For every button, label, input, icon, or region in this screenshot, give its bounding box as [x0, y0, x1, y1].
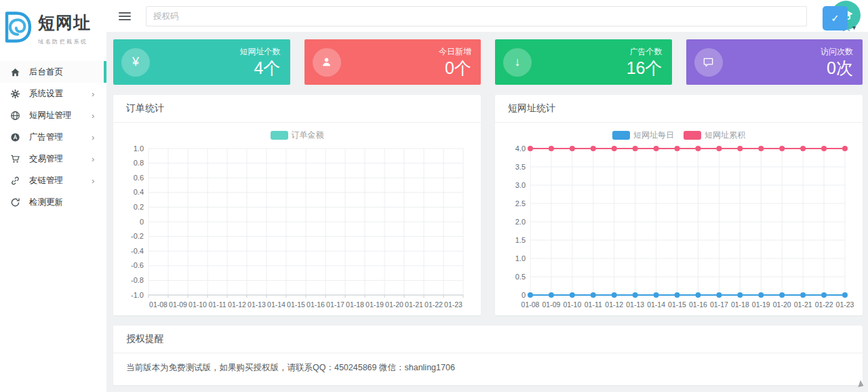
auth-code-input[interactable] — [146, 6, 807, 26]
panel-title: 订单统计 — [113, 95, 481, 123]
svg-text:0: 0 — [521, 291, 526, 299]
legend-swatch-icon — [684, 131, 701, 140]
shorturl-stats-panel: 短网址统计 短网址每日短网址累积 4.03.53.02.52.01.51.00.… — [495, 95, 863, 315]
chevron-right-icon — [92, 131, 98, 143]
svg-text:2.5: 2.5 — [515, 199, 526, 208]
sidebar-item-links-manage[interactable]: 友链管理 — [0, 170, 106, 191]
order-stats-panel: 订单统计 订单金额 1.00.80.60.40.20-0.2-0.4-0.6-0… — [113, 95, 481, 315]
svg-text:01-18: 01-18 — [346, 300, 364, 309]
stat-value: 0次 — [723, 58, 854, 78]
svg-text:4.0: 4.0 — [515, 144, 526, 153]
svg-text:01-19: 01-19 — [366, 300, 384, 309]
svg-text:01-17: 01-17 — [710, 300, 728, 309]
sidebar-menu: 后台首页 系统设置 短网址管理 广告管理 — [0, 61, 106, 213]
svg-text:01-09: 01-09 — [542, 300, 561, 309]
stat-value: 4个 — [150, 58, 281, 78]
link-icon — [9, 175, 20, 186]
svg-text:01-13: 01-13 — [248, 300, 266, 309]
sidebar-item-shorturl-manage[interactable]: 短网址管理 — [0, 104, 106, 126]
svg-text:0.4: 0.4 — [134, 188, 144, 196]
legend-item[interactable]: 短网址累积 — [684, 130, 745, 141]
sidebar-item-home[interactable]: 后台首页 — [0, 61, 106, 83]
svg-text:01-13: 01-13 — [626, 300, 644, 309]
sidebar-item-check-update[interactable]: 检测更新 — [0, 191, 106, 213]
sidebar-item-ads-manage[interactable]: 广告管理 — [0, 126, 106, 148]
svg-text:-1.0: -1.0 — [131, 291, 144, 299]
topbar: ✓ 管理员 — [106, 0, 868, 33]
brand-logo-icon — [1, 10, 35, 47]
svg-text:01-11: 01-11 — [585, 300, 602, 309]
stat-label: 短网址个数 — [150, 46, 281, 58]
svg-text:01-23: 01-23 — [836, 300, 854, 309]
stat-card-visits: 访问次数 0次 — [686, 39, 863, 85]
svg-text:01-10: 01-10 — [189, 300, 207, 309]
main-area: ✓ 管理员 ¥ 短网址个数 4个 今日新增 0个 — [106, 0, 868, 392]
sidebar-item-label: 检测更新 — [29, 197, 98, 208]
legend-swatch-icon — [612, 131, 630, 140]
sidebar-item-label: 系统设置 — [29, 88, 92, 100]
svg-text:01-09: 01-09 — [169, 300, 187, 309]
hamburger-menu-icon[interactable] — [113, 5, 136, 28]
svg-text:1.0: 1.0 — [515, 254, 526, 262]
svg-text:01-15: 01-15 — [668, 300, 686, 309]
legend-label: 短网址每日 — [633, 130, 674, 141]
svg-text:01-20: 01-20 — [773, 300, 791, 309]
sidebar-item-label: 交易管理 — [29, 153, 92, 165]
stat-cards-row: ¥ 短网址个数 4个 今日新增 0个 ↓ 广告个数 16个 — [113, 39, 863, 85]
chart-plot: 1.00.80.60.40.20-0.2-0.4-0.6-0.8-1.001-0… — [121, 142, 473, 311]
brand-text: 短网址 域名防拦截系统 — [38, 9, 91, 45]
svg-text:01-08: 01-08 — [521, 300, 540, 309]
stat-card-ads-count: ↓ 广告个数 16个 — [495, 39, 672, 85]
svg-text:0: 0 — [140, 218, 144, 226]
svg-text:3.0: 3.0 — [515, 181, 526, 189]
sidebar-item-label: 广告管理 — [29, 132, 92, 143]
svg-text:01-14: 01-14 — [647, 300, 665, 309]
svg-text:3.5: 3.5 — [515, 163, 526, 171]
chevron-right-icon — [92, 87, 98, 100]
svg-text:1.0: 1.0 — [134, 144, 144, 153]
sidebar-item-label: 友链管理 — [29, 175, 92, 187]
comment-icon — [694, 48, 723, 77]
sidebar: 短网址 域名防拦截系统 后台首页 系统设置 短网址管理 — [0, 0, 106, 392]
svg-text:01-16: 01-16 — [689, 300, 707, 309]
legend-item[interactable]: 短网址每日 — [612, 130, 674, 141]
cart-icon — [9, 153, 20, 164]
chevron-right-icon — [92, 153, 98, 165]
brand-title: 短网址 — [38, 12, 91, 34]
user-menu[interactable]: ✓ 管理员 — [816, 0, 861, 35]
license-text: 当前版本为免费测试版，如果购买授权版，请联系QQ：450245869 微信：sh… — [113, 353, 863, 385]
panel-title: 短网址统计 — [495, 95, 863, 123]
svg-text:-0.2: -0.2 — [131, 232, 144, 240]
svg-text:0.6: 0.6 — [134, 174, 144, 182]
svg-text:0.8: 0.8 — [134, 159, 144, 167]
globe-icon — [9, 110, 20, 121]
sidebar-item-trade-manage[interactable]: 交易管理 — [0, 148, 106, 170]
svg-text:2.0: 2.0 — [515, 218, 526, 226]
stat-value: 0个 — [341, 58, 472, 78]
svg-text:01-12: 01-12 — [605, 300, 623, 309]
svg-text:01-23: 01-23 — [444, 300, 462, 309]
yen-icon: ¥ — [121, 48, 150, 77]
svg-text:01-10: 01-10 — [563, 300, 581, 309]
brand[interactable]: 短网址 域名防拦截系统 — [0, 0, 106, 60]
brand-subtitle: 域名防拦截系统 — [38, 38, 91, 45]
svg-text:01-20: 01-20 — [385, 300, 403, 309]
check-badge-icon: ✓ — [823, 6, 848, 31]
svg-text:01-11: 01-11 — [208, 300, 226, 309]
legend-item[interactable]: 订单金额 — [271, 130, 324, 141]
order-amount-chart: 订单金额 1.00.80.60.40.20-0.2-0.4-0.6-0.8-1.… — [113, 123, 481, 315]
stat-value: 16个 — [532, 58, 663, 78]
svg-text:-0.8: -0.8 — [131, 276, 144, 284]
svg-text:01-14: 01-14 — [267, 300, 285, 309]
arrow-down-icon: ↓ — [503, 48, 532, 77]
svg-text:01-19: 01-19 — [752, 300, 770, 309]
svg-text:01-16: 01-16 — [307, 300, 325, 309]
svg-text:01-08: 01-08 — [149, 300, 167, 309]
ad-icon — [9, 132, 20, 142]
svg-text:01-22: 01-22 — [815, 300, 833, 309]
svg-text:01-22: 01-22 — [425, 300, 443, 309]
sidebar-item-settings[interactable]: 系统设置 — [0, 83, 106, 104]
content: ¥ 短网址个数 4个 今日新增 0个 ↓ 广告个数 16个 — [106, 33, 868, 385]
person-icon — [313, 48, 341, 77]
svg-text:-0.6: -0.6 — [131, 261, 144, 269]
